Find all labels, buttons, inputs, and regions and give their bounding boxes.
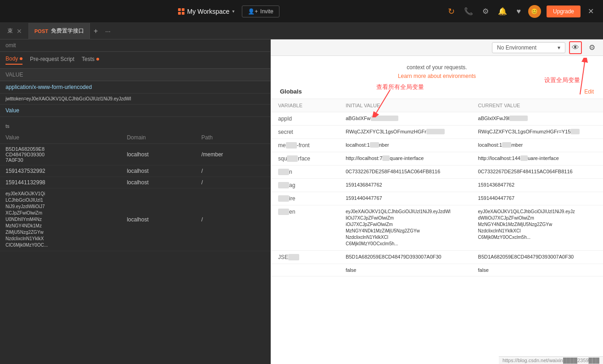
globals-initial-9: B5D1A682059E8CD48479D393007A0F30 — [338, 251, 470, 264]
globals-initial-10: false — [338, 264, 470, 276]
cookie-domain-header: Domain — [121, 132, 195, 144]
close-window-icon: ✕ — [588, 7, 594, 16]
support-icon-button[interactable]: 📞 — [462, 5, 475, 17]
bell-icon: 🔔 — [498, 7, 507, 16]
globals-initial-3: localhost:1 nber — [338, 139, 470, 152]
cookie-path-2: / — [196, 165, 270, 177]
globals-var-6: ag — [271, 179, 338, 192]
globals-var-3: me -front — [271, 139, 338, 152]
tab-2-label: 免费置学接口 — [51, 27, 84, 35]
user-plus-icon: 👤+ — [248, 8, 258, 15]
globals-var-4: squ rface — [271, 152, 338, 165]
cookie-path-4: / — [196, 188, 270, 251]
heart-icon: ♥ — [516, 7, 521, 16]
globals-current-1: aBGlxlXFwJ9l — [471, 112, 603, 126]
cookie-table: Value Domain Path B5D1A682059E8 CD48479D… — [0, 132, 270, 251]
prerequest-tab-label: Pre-request Script — [30, 56, 74, 62]
globals-initial-4: http://localhost:7 quare-interface — [338, 152, 470, 165]
env-eye-button[interactable]: 👁 — [569, 41, 582, 54]
cookie-row-1: B5D1A682059E8 CD48479D39300 7A0F30 local… — [0, 144, 270, 165]
tab-2[interactable]: POST 免费置学接口 — [29, 23, 90, 39]
globals-initial-2: RWqCJZXFYC3L1gsOFmumzHGFr — [338, 126, 470, 139]
cookie-path-header: Path — [196, 132, 270, 144]
edit-link[interactable]: Edit — [584, 88, 594, 95]
cookie-value-2: 1591437532992 — [0, 165, 121, 177]
url-omnibar: omit — [0, 39, 270, 52]
settings-icon: ⚙ — [482, 7, 489, 16]
tab-pre-request[interactable]: Pre-request Script — [30, 56, 74, 64]
globals-title: Globals — [280, 88, 302, 95]
env-gear-button[interactable]: ⚙ — [586, 41, 598, 54]
cookie-value-3: 1591441132998 — [0, 177, 121, 188]
cookies-section: ts Value Domain Path B5D1A682059E8 CD484… — [0, 117, 270, 255]
omit-text: omit — [6, 42, 265, 49]
param-value-1: application/x-www-form-urlencoded — [0, 81, 270, 94]
globals-var-5: n — [271, 165, 338, 179]
favorites-icon-button[interactable]: ♥ — [514, 6, 523, 17]
cookie-value-4: eyJ0eXAiOiJKV1Qi LCJhbGciOiJIUzl1 NiJ9.e… — [0, 188, 121, 251]
invite-label: Invite — [260, 8, 274, 15]
cookie-row-3: 1591441132998 localhost / — [0, 177, 270, 188]
param-value-3: Value — [0, 105, 270, 117]
globals-current-8: eyJ0eXAiOiJKV1QiLCJhbGciOiJIUzl1NiJ9.eyJ… — [471, 205, 603, 251]
globals-col-initial: INITIAL VALUE — [338, 99, 470, 112]
main-layout: omit Body Pre-request Script Tests VALUE — [0, 39, 603, 364]
settings-icon-button[interactable]: ⚙ — [480, 5, 491, 17]
cookies-section-title: ts — [0, 121, 270, 132]
env-label: No Environment — [497, 44, 536, 51]
globals-initial-7: 1591440447767 — [338, 192, 470, 205]
globals-row-5: n 0C7332267DE258F484115AC064FB8116 0C733… — [271, 165, 603, 179]
globals-header: Globals Edit — [271, 84, 603, 99]
globals-current-2: RWqCJZXFYC3L1gsOFmumzHGFr=Y15 — [471, 126, 603, 139]
globals-current-5: 0C7332267DE258F484115AC064FB8116 — [471, 165, 603, 179]
globals-initial-8: eyJ0eXAiOiJKV1QiLCJhbGciOiJIUzl1NiJ9.eyJ… — [338, 205, 470, 251]
globals-row-4: squ rface http://localhost:7 quare-inter… — [271, 152, 603, 165]
env-select[interactable]: No Environment ▾ — [492, 42, 565, 53]
globals-table: VARIABLE INITIAL VALUE CURRENT VALUE app… — [271, 99, 603, 276]
globals-var-1: appId — [271, 112, 338, 126]
workspace-label: My Workspace — [187, 8, 229, 15]
globals-row-6: ag 1591436847762 1591436847762 — [271, 179, 603, 192]
tab-body[interactable]: Body — [6, 55, 22, 65]
param-row-2: jwtttoken=eyJ0eXAiOiJKV1QiLCJhbGciOiJIUz… — [0, 94, 270, 105]
globals-row-2: secret RWqCJZXFYC3L1gsOFmumzHGFr RWqCJZX… — [271, 126, 603, 139]
sync-icon-button[interactable]: ↻ — [446, 5, 457, 18]
right-panel: No Environment ▾ 👁 ⚙ context of your req… — [271, 39, 603, 364]
params-value-header: VALUE — [0, 69, 270, 81]
tab-more-button[interactable]: ··· — [101, 26, 114, 37]
learn-more-link[interactable]: Learn more about environments — [398, 73, 476, 79]
body-tab-label: Body — [6, 55, 18, 62]
left-panel: omit Body Pre-request Script Tests VALUE — [0, 39, 271, 364]
invite-button[interactable]: 👤+ Invite — [242, 6, 279, 17]
tab-tests[interactable]: Tests — [82, 56, 99, 64]
avatar[interactable]: 😊 — [528, 5, 541, 18]
avatar-initials: 😊 — [531, 8, 538, 15]
body-dot — [20, 57, 22, 60]
globals-panel: context of your requests. Learn more abo… — [271, 56, 603, 276]
globals-var-10 — [271, 264, 338, 276]
request-tabs: Body Pre-request Script Tests — [0, 52, 270, 69]
globals-info-text: context of your requests. — [407, 64, 467, 71]
env-dropdown-icon: ▾ — [558, 44, 560, 51]
tab-1-close[interactable]: ✕ — [16, 28, 23, 35]
globals-var-8: en — [271, 205, 338, 251]
globals-info: context of your requests. Learn more abo… — [271, 56, 603, 84]
notifications-icon-button[interactable]: 🔔 — [496, 5, 509, 17]
tab-add-button[interactable]: + — [90, 25, 101, 37]
params-table: VALUE application/x-www-form-urlencoded … — [0, 69, 270, 117]
headset-icon: 📞 — [464, 7, 473, 16]
globals-row-10: false false — [271, 264, 603, 276]
tab-1[interactable]: 束 ✕ — [2, 23, 29, 39]
workspace-button[interactable]: My Workspace ▾ — [174, 6, 238, 17]
tab-bar: 束 ✕ POST 免费置学接口 + ··· — [0, 23, 603, 39]
cookie-domain-1: localhost — [121, 144, 195, 165]
globals-current-10: false — [471, 264, 603, 276]
globals-var-2: secret — [271, 126, 338, 139]
plus-icon: + — [94, 27, 98, 35]
upgrade-button[interactable]: Upgrade — [547, 6, 581, 17]
globals-current-7: 1591440447767 — [471, 192, 603, 205]
globals-row-3: me -front localhost:1 nber localhost:1 m… — [271, 139, 603, 152]
close-window-button[interactable]: ✕ — [586, 5, 596, 17]
globals-current-3: localhost:1 mber — [471, 139, 603, 152]
globals-initial-6: 1591436847762 — [338, 179, 470, 192]
